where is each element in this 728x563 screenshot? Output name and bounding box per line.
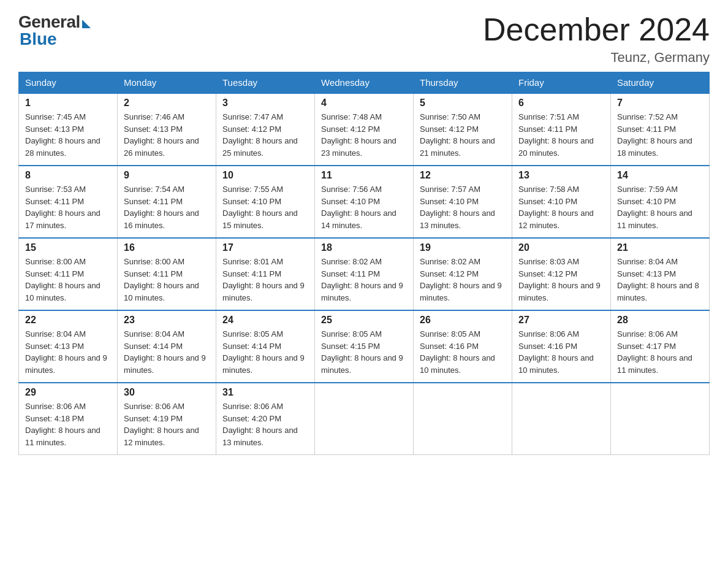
day-number: 22: [25, 315, 111, 326]
day-info: Sunrise: 8:02 AMSunset: 4:12 PMDaylight:…: [420, 256, 506, 304]
column-header-saturday: Saturday: [611, 72, 710, 94]
day-number: 4: [321, 98, 407, 109]
day-info: Sunrise: 7:47 AMSunset: 4:12 PMDaylight:…: [222, 111, 308, 159]
day-info: Sunrise: 8:04 AMSunset: 4:13 PMDaylight:…: [25, 328, 111, 376]
column-header-friday: Friday: [512, 72, 611, 94]
calendar-day-11: 11Sunrise: 7:56 AMSunset: 4:10 PMDayligh…: [315, 166, 414, 238]
day-number: 26: [420, 315, 506, 326]
day-number: 10: [222, 170, 308, 181]
calendar-day-4: 4Sunrise: 7:48 AMSunset: 4:12 PMDaylight…: [315, 93, 414, 166]
calendar-week-row: 8Sunrise: 7:53 AMSunset: 4:11 PMDaylight…: [19, 166, 710, 238]
location-subtitle: Teunz, Germany: [483, 50, 710, 66]
calendar-week-row: 1Sunrise: 7:45 AMSunset: 4:13 PMDaylight…: [19, 93, 710, 166]
day-number: 8: [25, 170, 111, 181]
day-info: Sunrise: 8:05 AMSunset: 4:15 PMDaylight:…: [321, 328, 407, 376]
calendar-week-row: 22Sunrise: 8:04 AMSunset: 4:13 PMDayligh…: [19, 310, 710, 383]
day-info: Sunrise: 7:46 AMSunset: 4:13 PMDaylight:…: [124, 111, 210, 159]
calendar-week-row: 15Sunrise: 8:00 AMSunset: 4:11 PMDayligh…: [19, 238, 710, 310]
calendar-day-26: 26Sunrise: 8:05 AMSunset: 4:16 PMDayligh…: [414, 310, 512, 383]
calendar-day-13: 13Sunrise: 7:58 AMSunset: 4:10 PMDayligh…: [512, 166, 611, 238]
day-info: Sunrise: 8:06 AMSunset: 4:17 PMDaylight:…: [617, 328, 703, 376]
day-number: 14: [617, 170, 703, 181]
day-info: Sunrise: 7:58 AMSunset: 4:10 PMDaylight:…: [518, 183, 604, 231]
calendar-day-empty: [611, 383, 710, 455]
day-info: Sunrise: 7:50 AMSunset: 4:12 PMDaylight:…: [420, 111, 506, 159]
calendar-day-20: 20Sunrise: 8:03 AMSunset: 4:12 PMDayligh…: [512, 238, 611, 310]
day-number: 30: [124, 387, 210, 398]
day-info: Sunrise: 7:56 AMSunset: 4:10 PMDaylight:…: [321, 183, 407, 231]
calendar-day-31: 31Sunrise: 8:06 AMSunset: 4:20 PMDayligh…: [216, 383, 315, 455]
day-number: 12: [420, 170, 506, 181]
day-info: Sunrise: 8:03 AMSunset: 4:12 PMDaylight:…: [518, 256, 604, 304]
day-info: Sunrise: 7:45 AMSunset: 4:13 PMDaylight:…: [25, 111, 111, 159]
day-number: 15: [25, 242, 111, 253]
day-info: Sunrise: 8:00 AMSunset: 4:11 PMDaylight:…: [124, 256, 210, 304]
day-number: 2: [124, 98, 210, 109]
day-info: Sunrise: 7:53 AMSunset: 4:11 PMDaylight:…: [25, 183, 111, 231]
day-number: 25: [321, 315, 407, 326]
calendar-day-1: 1Sunrise: 7:45 AMSunset: 4:13 PMDaylight…: [19, 93, 118, 166]
logo: General Blue: [18, 12, 91, 49]
column-header-thursday: Thursday: [414, 72, 512, 94]
day-number: 24: [222, 315, 308, 326]
calendar-day-25: 25Sunrise: 8:05 AMSunset: 4:15 PMDayligh…: [315, 310, 414, 383]
title-area: December 2024 Teunz, Germany: [483, 12, 710, 66]
calendar-day-empty: [414, 383, 512, 455]
day-info: Sunrise: 8:05 AMSunset: 4:14 PMDaylight:…: [222, 328, 308, 376]
calendar-day-3: 3Sunrise: 7:47 AMSunset: 4:12 PMDaylight…: [216, 93, 315, 166]
day-info: Sunrise: 7:51 AMSunset: 4:11 PMDaylight:…: [518, 111, 604, 159]
calendar-day-15: 15Sunrise: 8:00 AMSunset: 4:11 PMDayligh…: [19, 238, 118, 310]
day-info: Sunrise: 8:05 AMSunset: 4:16 PMDaylight:…: [420, 328, 506, 376]
logo-arrow-icon: [82, 20, 91, 28]
calendar-day-27: 27Sunrise: 8:06 AMSunset: 4:16 PMDayligh…: [512, 310, 611, 383]
calendar-day-empty: [315, 383, 414, 455]
day-info: Sunrise: 8:06 AMSunset: 4:19 PMDaylight:…: [124, 400, 210, 448]
day-info: Sunrise: 7:48 AMSunset: 4:12 PMDaylight:…: [321, 111, 407, 159]
calendar-table: SundayMondayTuesdayWednesdayThursdayFrid…: [18, 72, 710, 455]
day-number: 21: [617, 242, 703, 253]
day-number: 11: [321, 170, 407, 181]
calendar-day-24: 24Sunrise: 8:05 AMSunset: 4:14 PMDayligh…: [216, 310, 315, 383]
day-info: Sunrise: 8:06 AMSunset: 4:18 PMDaylight:…: [25, 400, 111, 448]
day-number: 19: [420, 242, 506, 253]
day-number: 7: [617, 98, 703, 109]
page-header: General Blue December 2024 Teunz, German…: [18, 12, 710, 66]
day-info: Sunrise: 8:04 AMSunset: 4:14 PMDaylight:…: [124, 328, 210, 376]
day-number: 31: [222, 387, 308, 398]
calendar-day-28: 28Sunrise: 8:06 AMSunset: 4:17 PMDayligh…: [611, 310, 710, 383]
calendar-day-8: 8Sunrise: 7:53 AMSunset: 4:11 PMDaylight…: [19, 166, 118, 238]
day-info: Sunrise: 7:55 AMSunset: 4:10 PMDaylight:…: [222, 183, 308, 231]
calendar-day-10: 10Sunrise: 7:55 AMSunset: 4:10 PMDayligh…: [216, 166, 315, 238]
calendar-day-6: 6Sunrise: 7:51 AMSunset: 4:11 PMDaylight…: [512, 93, 611, 166]
day-number: 9: [124, 170, 210, 181]
day-info: Sunrise: 8:06 AMSunset: 4:20 PMDaylight:…: [222, 400, 308, 448]
day-number: 5: [420, 98, 506, 109]
column-header-monday: Monday: [118, 72, 216, 94]
calendar-day-19: 19Sunrise: 8:02 AMSunset: 4:12 PMDayligh…: [414, 238, 512, 310]
day-number: 23: [124, 315, 210, 326]
calendar-day-9: 9Sunrise: 7:54 AMSunset: 4:11 PMDaylight…: [118, 166, 216, 238]
column-header-tuesday: Tuesday: [216, 72, 315, 94]
day-number: 27: [518, 315, 604, 326]
day-number: 18: [321, 242, 407, 253]
calendar-week-row: 29Sunrise: 8:06 AMSunset: 4:18 PMDayligh…: [19, 383, 710, 455]
day-number: 3: [222, 98, 308, 109]
calendar-day-5: 5Sunrise: 7:50 AMSunset: 4:12 PMDaylight…: [414, 93, 512, 166]
calendar-day-23: 23Sunrise: 8:04 AMSunset: 4:14 PMDayligh…: [118, 310, 216, 383]
day-number: 28: [617, 315, 703, 326]
month-title: December 2024: [483, 12, 710, 47]
calendar-day-16: 16Sunrise: 8:00 AMSunset: 4:11 PMDayligh…: [118, 238, 216, 310]
calendar-day-12: 12Sunrise: 7:57 AMSunset: 4:10 PMDayligh…: [414, 166, 512, 238]
day-number: 20: [518, 242, 604, 253]
calendar-day-14: 14Sunrise: 7:59 AMSunset: 4:10 PMDayligh…: [611, 166, 710, 238]
day-info: Sunrise: 7:57 AMSunset: 4:10 PMDaylight:…: [420, 183, 506, 231]
calendar-day-30: 30Sunrise: 8:06 AMSunset: 4:19 PMDayligh…: [118, 383, 216, 455]
calendar-day-empty: [512, 383, 611, 455]
day-number: 6: [518, 98, 604, 109]
day-number: 29: [25, 387, 111, 398]
calendar-day-18: 18Sunrise: 8:02 AMSunset: 4:11 PMDayligh…: [315, 238, 414, 310]
calendar-day-22: 22Sunrise: 8:04 AMSunset: 4:13 PMDayligh…: [19, 310, 118, 383]
column-header-wednesday: Wednesday: [315, 72, 414, 94]
day-info: Sunrise: 8:00 AMSunset: 4:11 PMDaylight:…: [25, 256, 111, 304]
day-info: Sunrise: 7:59 AMSunset: 4:10 PMDaylight:…: [617, 183, 703, 231]
